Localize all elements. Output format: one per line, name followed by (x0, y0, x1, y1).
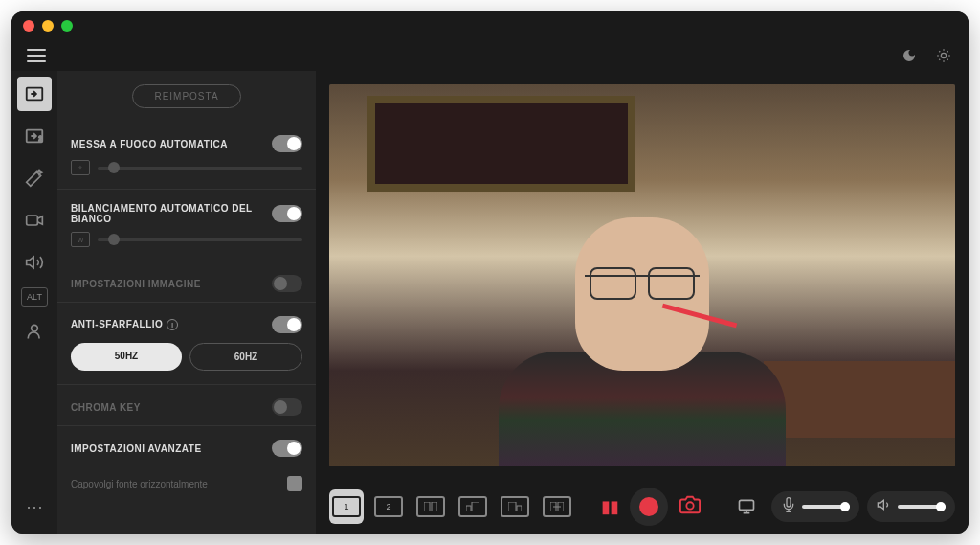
main-area: 2 ALT ⋯ REIMPOSTA MESSA A FUO (11, 71, 969, 534)
background-painting (368, 96, 635, 192)
preview-area: 1 2 ▮▮ (316, 71, 969, 534)
svg-rect-10 (508, 502, 516, 511)
app-window: 2 ALT ⋯ REIMPOSTA MESSA A FUO (11, 11, 969, 534)
mic-volume-group (771, 491, 859, 522)
layout-swap-button[interactable] (540, 489, 574, 524)
reset-button[interactable]: REIMPOSTA (132, 84, 240, 108)
svg-rect-8 (466, 506, 471, 511)
autofocus-setting: MESSA A FUOCO AUTOMATICA ⌖ (57, 122, 316, 190)
white-balance-setting: BILANCIAMENTO AUTOMATICO DEL BIANCO W (57, 190, 316, 261)
pause-button[interactable]: ▮▮ (601, 496, 618, 517)
person-in-video (489, 217, 795, 466)
autofocus-label: MESSA A FUOCO AUTOMATICA (71, 139, 228, 149)
svg-rect-15 (740, 500, 754, 510)
rail-camera[interactable] (17, 203, 52, 238)
rail-user[interactable] (17, 314, 52, 349)
right-controls (729, 489, 955, 524)
speaker-volume-group (867, 491, 955, 522)
rail-alt[interactable]: ALT (21, 287, 48, 307)
image-settings-toggle[interactable] (272, 275, 302, 292)
chroma-key-toggle[interactable] (272, 398, 302, 416)
anti-flicker-label: ANTI-SFARFALLIOi (71, 319, 178, 331)
hz-50-button[interactable]: 50HZ (71, 343, 182, 371)
wb-icon: W (71, 232, 90, 247)
svg-rect-9 (472, 502, 479, 511)
advanced-toggle[interactable] (272, 440, 302, 457)
display-button[interactable] (729, 489, 764, 524)
minimize-window-button[interactable] (42, 20, 54, 32)
mic-slider[interactable] (802, 505, 850, 509)
rail-audio[interactable] (17, 245, 52, 280)
image-settings: IMPOSTAZIONI IMMAGINE (57, 261, 316, 303)
flip-horizontal-row: Capovolgi fonte orizzontalmente (57, 466, 316, 501)
top-right-icons (900, 46, 953, 65)
layout-pip-left-button[interactable] (456, 489, 490, 524)
svg-rect-7 (432, 502, 437, 511)
settings-panel: REIMPOSTA MESSA A FUOCO AUTOMATICA ⌖ BIL… (57, 71, 316, 534)
layout-pip-right-button[interactable] (498, 489, 532, 524)
snapshot-button[interactable] (679, 494, 701, 520)
info-icon[interactable]: i (167, 319, 178, 330)
advanced-setting: IMPOSTAZIONI AVANZATE (57, 426, 316, 466)
chroma-key-setting: CHROMA KEY (57, 385, 316, 426)
bottom-controls: 1 2 ▮▮ (316, 480, 969, 534)
autofocus-toggle[interactable] (272, 135, 302, 152)
chroma-key-label: CHROMA KEY (71, 402, 141, 413)
left-rail: 2 ALT ⋯ (11, 71, 57, 534)
svg-point-0 (941, 53, 946, 57)
close-window-button[interactable] (23, 20, 34, 32)
rail-input-2[interactable]: 2 (17, 119, 52, 153)
white-balance-toggle[interactable] (272, 205, 302, 222)
autofocus-slider[interactable] (98, 167, 302, 170)
anti-flicker-setting: ANTI-SFARFALLIOi 50HZ 60HZ (57, 303, 316, 385)
focus-icon: ⌖ (71, 160, 90, 175)
record-button[interactable] (630, 488, 668, 526)
maximize-window-button[interactable] (61, 20, 73, 32)
white-balance-label: BILANCIAMENTO AUTOMATICO DEL BIANCO (71, 203, 272, 224)
image-settings-label: IMPOSTAZIONI IMMAGINE (71, 279, 201, 289)
mic-icon[interactable] (781, 497, 796, 516)
speaker-icon[interactable] (877, 497, 892, 516)
svg-rect-4 (27, 216, 38, 225)
layout-2-button[interactable]: 2 (371, 489, 406, 524)
layout-split-v-button[interactable] (413, 489, 448, 524)
rail-magic-wand[interactable] (17, 161, 52, 195)
svg-rect-11 (517, 506, 522, 511)
dark-mode-icon[interactable] (900, 46, 919, 65)
layout-1-button[interactable]: 1 (329, 489, 364, 524)
video-preview (329, 84, 955, 466)
record-group: ▮▮ (601, 488, 701, 526)
advanced-label: IMPOSTAZIONI AVANZATE (71, 443, 202, 454)
white-balance-slider[interactable] (98, 238, 302, 241)
svg-point-5 (32, 325, 38, 331)
light-mode-icon[interactable] (934, 46, 953, 65)
rail-settings[interactable]: ⋯ (17, 489, 52, 524)
rail-input-1[interactable] (17, 77, 52, 111)
menu-button[interactable] (27, 49, 46, 62)
traffic-lights (23, 20, 73, 32)
hz-60-button[interactable]: 60HZ (189, 343, 302, 371)
flip-label: Capovolgi fonte orizzontalmente (71, 479, 208, 489)
svg-point-14 (686, 502, 693, 509)
title-bar (11, 11, 969, 40)
flip-checkbox[interactable] (287, 476, 302, 491)
anti-flicker-toggle[interactable] (272, 316, 302, 333)
top-bar (11, 40, 969, 71)
svg-rect-6 (424, 502, 430, 511)
svg-text:2: 2 (39, 135, 43, 142)
speaker-slider[interactable] (898, 505, 946, 509)
